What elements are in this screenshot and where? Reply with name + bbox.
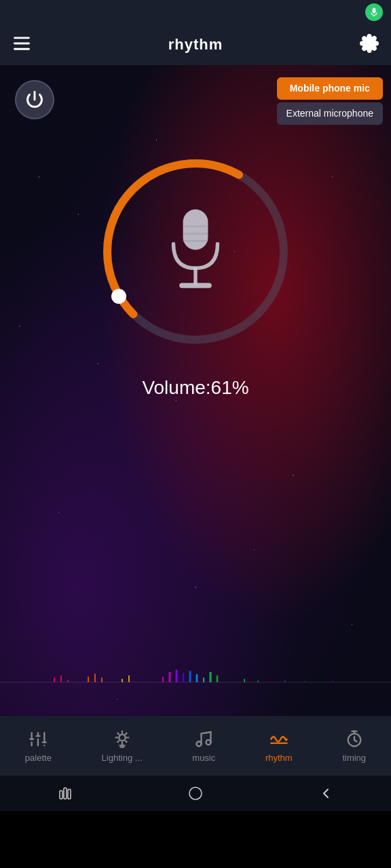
recent-apps-button[interactable]	[57, 785, 73, 802]
nav-item-rhythm[interactable]: rhythm	[257, 724, 301, 768]
svg-line-49	[126, 733, 127, 734]
settings-icon[interactable]	[360, 34, 379, 56]
top-nav: rhythm	[0, 24, 391, 65]
waveform	[0, 662, 391, 703]
mobile-mic-button[interactable]: Mobile phone mic	[277, 77, 383, 100]
svg-point-64	[189, 787, 202, 800]
menu-icon[interactable]	[12, 34, 31, 56]
svg-rect-6	[179, 283, 212, 288]
svg-rect-61	[60, 791, 62, 799]
status-mic-icon	[365, 3, 383, 21]
bottom-nav: palette Lighting ...	[0, 716, 391, 776]
nav-item-palette[interactable]: palette	[17, 724, 60, 768]
power-button[interactable]	[15, 80, 54, 119]
nav-item-timing[interactable]: timing	[334, 724, 374, 768]
nav-item-lighting[interactable]: Lighting ...	[94, 724, 151, 768]
nav-label-palette: palette	[25, 753, 52, 763]
svg-line-48	[126, 741, 127, 742]
system-nav	[0, 776, 391, 811]
svg-point-54	[206, 740, 211, 745]
svg-line-50	[117, 741, 119, 742]
back-button[interactable]	[318, 785, 334, 802]
svg-point-42	[119, 734, 125, 741]
nav-label-lighting: Lighting ...	[102, 753, 143, 763]
status-bar	[0, 0, 391, 24]
svg-rect-4	[183, 210, 208, 250]
volume-circle-container[interactable]	[90, 146, 301, 357]
nav-label-music: music	[192, 753, 215, 763]
svg-point-53	[197, 741, 202, 746]
volume-handle[interactable]	[111, 289, 126, 304]
mic-source-buttons: Mobile phone mic External microphone	[277, 77, 383, 125]
home-button[interactable]	[187, 785, 204, 802]
external-mic-button[interactable]: External microphone	[277, 102, 383, 125]
nav-item-music[interactable]: music	[184, 724, 223, 768]
svg-rect-63	[68, 789, 71, 799]
page-title: rhythm	[168, 36, 223, 54]
svg-line-58	[354, 740, 357, 741]
nav-label-rhythm: rhythm	[265, 753, 293, 763]
microphone-icon	[158, 205, 233, 294]
volume-label: Volume:61%	[142, 377, 248, 399]
svg-line-47	[117, 733, 119, 734]
nav-label-timing: timing	[342, 753, 366, 763]
svg-rect-62	[64, 788, 67, 799]
main-area: Mobile phone mic External microphone	[0, 65, 391, 811]
